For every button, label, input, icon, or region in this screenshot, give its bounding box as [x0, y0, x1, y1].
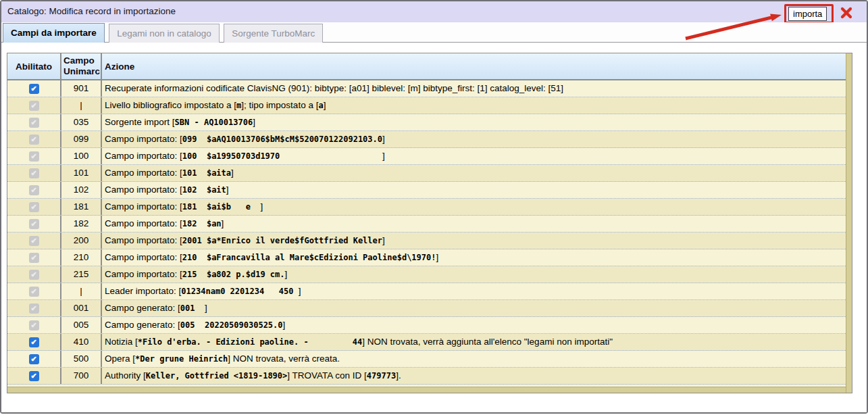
azione-text-segment: Campo importato: [	[105, 185, 182, 195]
table-row: ✔035Sorgente import [SBN - AQ10013706]	[7, 114, 846, 131]
close-icon[interactable]	[840, 6, 853, 20]
azione-text-segment: Campo importato: [	[105, 134, 182, 144]
table-row: ✔410Notizia [*Filo d'erba. - Edizioni pa…	[7, 334, 846, 351]
row-checkbox: ✔	[29, 219, 39, 229]
row-checkbox: ✔	[29, 118, 39, 128]
azione-mono-segment: 215 $a802 p.$d19 cm.	[182, 270, 285, 279]
abilitato-cell: ✔	[7, 334, 60, 350]
unimarc-field: 001	[60, 300, 101, 316]
col-header-campo-unimarc: Campo Unimarc	[60, 53, 101, 79]
azione-text-segment: ]	[382, 235, 385, 245]
abilitato-cell: ✔	[7, 97, 60, 114]
azione-text-segment: ]; tipo impostato a [	[241, 100, 318, 110]
abilitato-cell: ✔	[7, 148, 60, 164]
azione-cell: Campo generato: [005 20220509030525.0]	[101, 317, 846, 333]
table-row: ✔215Campo importato: [215 $a802 p.$d19 c…	[7, 266, 846, 283]
col-header-abilitato: Abilitato	[7, 53, 60, 79]
unimarc-field: 101	[60, 165, 101, 181]
azione-text-segment: Leader importato: [	[105, 286, 181, 296]
azione-text-segment: ]	[382, 151, 385, 161]
unimarc-field: 100	[60, 148, 101, 164]
row-checkbox[interactable]: ✔	[29, 354, 39, 364]
row-checkbox: ✔	[29, 151, 39, 162]
table-body: ✔901Recuperate informazioni codificate C…	[7, 80, 846, 387]
titlebar: Catalogo: Modifica record in importazion…	[1, 1, 867, 22]
abilitato-cell: ✔	[7, 216, 60, 232]
azione-mono-segment: 181 $ai$b e	[182, 202, 261, 212]
azione-mono-segment: 100 $a19950703d1970	[182, 151, 382, 161]
azione-text-segment: Livello bibliografico impostato a [	[105, 100, 236, 110]
azione-mono-segment: 001	[180, 303, 205, 313]
vertical-scrollbar[interactable]	[846, 53, 852, 393]
import-fields-table: Abilitato Campo Unimarc Azione ✔901Recup…	[7, 53, 852, 393]
azione-text-segment: Campo importato: [	[105, 252, 182, 262]
abilitato-cell: ✔	[7, 233, 60, 249]
unimarc-field: 410	[60, 334, 101, 350]
azione-cell: Campo importato: [100 $a19950703d1970 ]	[101, 148, 846, 164]
tab-campi-da-importare[interactable]: Campi da importare	[3, 23, 105, 43]
azione-cell: Campo importato: [210 $aFrancavilla al M…	[101, 249, 846, 266]
azione-text-segment: ]	[285, 269, 288, 279]
azione-text-segment: ]	[324, 100, 326, 110]
azione-cell: Campo importato: [099 $aAQ10013706$bM$cM…	[101, 131, 846, 147]
row-checkbox: ✔	[29, 202, 39, 212]
azione-text-segment: ]	[222, 218, 224, 228]
azione-cell: Sorgente import [SBN - AQ10013706]	[101, 114, 846, 130]
azione-cell: Campo generato: [001 ]	[101, 300, 846, 316]
unimarc-field: 099	[60, 131, 101, 147]
azione-mono-segment: 2001 $a*Enrico il verde$fGottfried Kelle…	[182, 236, 382, 245]
azione-text-segment: ]	[283, 320, 286, 330]
import-button[interactable]: importa	[788, 7, 827, 21]
tabbar: Campi da importare Legami non in catalog…	[1, 22, 867, 43]
azione-cell: Campo importato: [102 $ait]	[101, 182, 846, 198]
unimarc-field: 200	[60, 233, 101, 249]
azione-text-segment: ] NON trovata, verrà creata.	[228, 353, 340, 364]
row-checkbox[interactable]: ✔	[29, 84, 39, 94]
azione-text-segment: Opera [	[105, 353, 135, 364]
row-checkbox: ✔	[29, 303, 39, 314]
row-checkbox[interactable]: ✔	[29, 337, 39, 347]
azione-text-segment: ]	[231, 168, 234, 178]
azione-text-segment: Campo importato: [	[105, 269, 182, 279]
azione-mono-segment: *Filo d'erba. - Edizioni paoline. - 44	[138, 337, 362, 347]
azione-text-segment: Notizia [	[105, 337, 138, 347]
horizontal-scrollbar[interactable]	[7, 387, 846, 393]
unimarc-field: 102	[60, 182, 101, 198]
unimarc-field: |	[60, 283, 101, 299]
abilitato-cell: ✔	[7, 351, 60, 367]
unimarc-field: 700	[60, 368, 101, 384]
row-checkbox[interactable]: ✔	[29, 371, 39, 381]
unimarc-field: 500	[60, 351, 101, 367]
table-row: ✔700Authority [Keller, Gottfried <1819-1…	[7, 368, 846, 385]
azione-text-segment: Campo generato: [	[105, 303, 180, 313]
azione-cell: Leader importato: [01234nam0 2201234 450…	[101, 283, 846, 299]
abilitato-cell: ✔	[7, 283, 60, 299]
unimarc-field: |	[60, 97, 101, 114]
azione-text-segment: ]	[382, 134, 385, 144]
table-row: ✔901Recuperate informazioni codificate C…	[7, 80, 846, 97]
unimarc-field: 181	[60, 199, 101, 215]
azione-mono-segment: SBN - AQ10013706	[175, 118, 253, 127]
table-row: ✔|Livello bibliografico impostato a [m];…	[7, 97, 846, 114]
tab-legami-non-in-catalogo[interactable]: Legami non in catalogo	[109, 24, 220, 43]
row-checkbox: ✔	[29, 270, 39, 280]
azione-mono-segment: 01234nam0 2201234 450	[181, 287, 298, 296]
unimarc-field: 901	[60, 80, 101, 97]
row-checkbox: ✔	[29, 135, 39, 145]
table-row: ✔|Leader importato: [01234nam0 2201234 4…	[7, 283, 846, 300]
azione-cell: Livello bibliografico impostato a [m]; t…	[101, 97, 846, 114]
azione-text-segment: Campo importato: [	[105, 201, 182, 212]
azione-mono-segment: 479773	[367, 371, 396, 381]
azione-text-segment: ] TROVATA con ID [	[287, 370, 367, 381]
azione-text-segment: ]	[253, 117, 255, 127]
azione-mono-segment: 182 $an	[182, 219, 222, 228]
abilitato-cell: ✔	[7, 80, 60, 97]
azione-text-segment: ]	[226, 185, 229, 195]
abilitato-cell: ✔	[7, 300, 60, 316]
azione-text-segment: Campo importato: [	[105, 235, 182, 245]
abilitato-cell: ✔	[7, 266, 60, 283]
azione-text-segment: ]	[299, 286, 301, 296]
azione-text-segment: Authority [	[105, 370, 146, 381]
azione-mono-segment: a	[318, 101, 323, 110]
tab-sorgente-turbomarc[interactable]: Sorgente TurboMarc	[224, 24, 323, 43]
